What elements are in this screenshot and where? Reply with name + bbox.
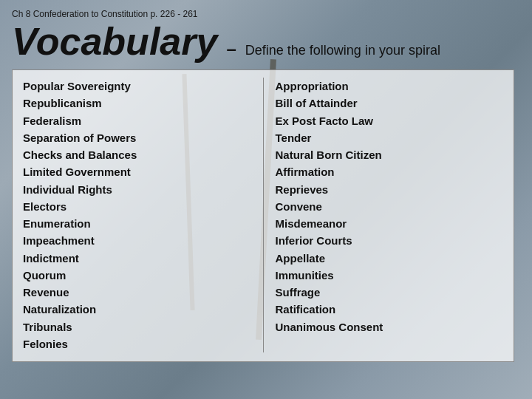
list-item: Federalism (23, 112, 251, 129)
list-item: Individual Rights (23, 181, 251, 198)
vocab-col-right: AppropriationBill of AttainderEx Post Fa… (264, 78, 504, 352)
list-item: Affirmation (276, 163, 504, 180)
list-item: Tribunals (23, 318, 251, 335)
list-item: Impeachment (23, 232, 251, 249)
list-item: Naturalization (23, 301, 251, 318)
list-item: Ex Post Facto Law (276, 112, 504, 129)
title-main: Vocabulary (12, 22, 217, 61)
list-item: Popular Sovereignty (23, 78, 251, 95)
list-item: Tender (276, 129, 504, 146)
list-item: Ratification (276, 301, 504, 318)
list-item: Reprieves (276, 181, 504, 198)
list-item: Enumeration (23, 215, 251, 232)
list-item: Unanimous Consent (276, 318, 504, 335)
list-item: Appellate (276, 250, 504, 267)
list-item: Limited Government (23, 163, 251, 180)
list-item: Appropriation (276, 78, 504, 95)
list-item: Convene (276, 198, 504, 215)
list-item: Electors (23, 198, 251, 215)
list-item: Revenue (23, 284, 251, 301)
list-item: Natural Born Citizen (276, 146, 504, 163)
list-item: Misdemeanor (276, 215, 504, 232)
title-row: Vocabulary – Define the following in you… (12, 22, 520, 61)
list-item: Separation of Powers (23, 129, 251, 146)
list-item: Checks and Balances (23, 146, 251, 163)
list-item: Suffrage (276, 284, 504, 301)
vocab-col-left: Popular SovereigntyRepublicanismFederali… (23, 78, 264, 352)
title-dash: – (226, 38, 236, 59)
vocab-box: Popular SovereigntyRepublicanismFederali… (12, 69, 514, 362)
list-item: Indictment (23, 250, 251, 267)
list-item: Immunities (276, 267, 504, 284)
list-item: Felonies (23, 335, 251, 352)
title-subtitle: Define the following in your spiral (245, 43, 440, 58)
list-item: Republicanism (23, 95, 251, 112)
list-item: Quorum (23, 267, 251, 284)
page-container: Ch 8 Confederation to Constitution p. 22… (0, 0, 532, 399)
list-item: Bill of Attainder (276, 95, 504, 112)
chapter-label: Ch 8 Confederation to Constitution p. 22… (12, 9, 520, 19)
list-item: Inferior Courts (276, 232, 504, 249)
